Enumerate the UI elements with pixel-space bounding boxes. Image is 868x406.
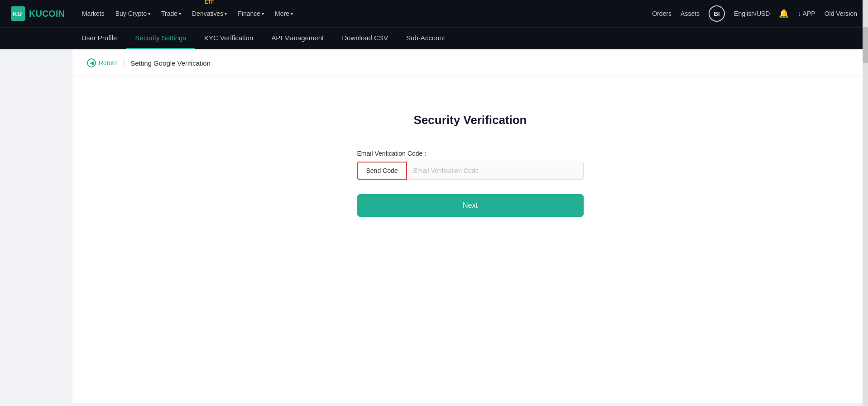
app-download-link[interactable]: ↓ APP: [798, 10, 815, 17]
nav-finance[interactable]: Finance▾: [233, 7, 269, 20]
verification-section: Security Verification Email Verification…: [72, 77, 868, 253]
page-header: ◀ Return | Setting Google Verification: [72, 49, 868, 77]
nav-left: KU KUCOIN Markets Buy Crypto▾ Trade▾ ETF…: [11, 6, 297, 21]
nav-right: Orders Assets BI English/USD 🔔 ↓ APP Old…: [652, 5, 857, 22]
svg-text:KU: KU: [13, 10, 22, 18]
subnav-download-csv[interactable]: Download CSV: [333, 28, 397, 49]
subnav-security-settings[interactable]: Security Settings: [126, 28, 195, 49]
email-verification-input[interactable]: [407, 162, 584, 180]
top-navigation: KU KUCOIN Markets Buy Crypto▾ Trade▾ ETF…: [0, 0, 868, 27]
send-code-button[interactable]: Send Code: [357, 162, 407, 180]
breadcrumb-title: Setting Google Verification: [130, 59, 211, 67]
email-verification-label: Email Verification Code :: [357, 150, 584, 157]
verification-title: Security Verification: [414, 113, 527, 127]
chevron-down-icon: ▾: [225, 11, 227, 16]
chevron-down-icon: ▾: [291, 11, 293, 16]
return-button[interactable]: ◀ Return: [87, 58, 118, 67]
notification-bell-icon[interactable]: 🔔: [779, 9, 789, 19]
logo-text: KUCOIN: [29, 9, 65, 19]
subnav-api-management[interactable]: API Management: [262, 28, 333, 49]
kucoin-logo-icon: KU: [11, 6, 25, 21]
chevron-down-icon: ▾: [148, 11, 150, 16]
assets-link[interactable]: Assets: [681, 10, 700, 17]
return-circle-icon: ◀: [87, 58, 96, 67]
locale-selector[interactable]: English/USD: [734, 10, 770, 17]
orders-link[interactable]: Orders: [652, 10, 671, 17]
chevron-down-icon: ▾: [262, 11, 264, 16]
subnav-kyc-verification[interactable]: KYC Verification: [195, 28, 262, 49]
sub-navigation: User Profile Security Settings KYC Verif…: [0, 27, 868, 49]
nav-more[interactable]: More▾: [270, 7, 297, 20]
sidebar: [0, 49, 72, 403]
email-verification-form-group: Email Verification Code : Send Code: [357, 150, 584, 180]
scrollbar-thumb[interactable]: [863, 27, 868, 63]
next-button[interactable]: Next: [357, 194, 584, 217]
scrollbar[interactable]: [863, 0, 868, 406]
nav-links: Markets Buy Crypto▾ Trade▾ ETF Derivativ…: [77, 7, 297, 20]
nav-derivatives[interactable]: ETF Derivatives ▾: [187, 7, 231, 20]
nav-trade[interactable]: Trade▾: [157, 7, 186, 20]
old-version-link[interactable]: Old Version: [825, 10, 857, 17]
main-content: ◀ Return | Setting Google Verification S…: [72, 49, 868, 403]
return-label: Return: [99, 59, 118, 67]
etf-badge: ETF: [205, 0, 214, 5]
logo[interactable]: KU KUCOIN: [11, 6, 65, 21]
chevron-down-icon: ▾: [179, 11, 181, 16]
nav-markets[interactable]: Markets: [77, 7, 109, 20]
content-wrapper: ◀ Return | Setting Google Verification S…: [0, 49, 868, 403]
subnav-user-profile[interactable]: User Profile: [72, 28, 126, 49]
email-input-row: Send Code: [357, 162, 584, 180]
nav-buy-crypto[interactable]: Buy Crypto▾: [111, 7, 155, 20]
subnav-sub-account[interactable]: Sub-Account: [397, 28, 454, 49]
user-avatar[interactable]: BI: [709, 5, 725, 22]
breadcrumb-divider: |: [123, 59, 125, 67]
